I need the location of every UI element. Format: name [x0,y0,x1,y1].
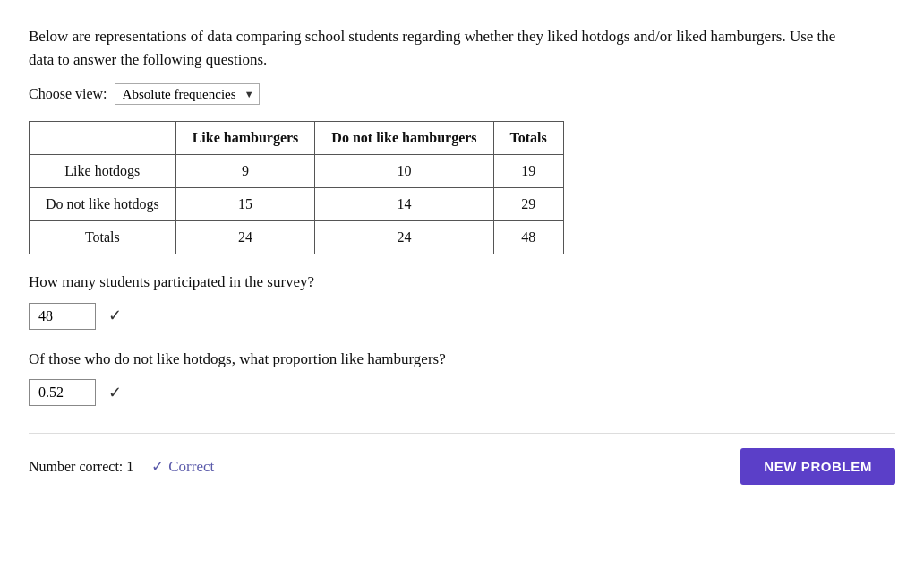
row-label-not-like-hotdogs: Do not like hotdogs [30,188,176,221]
col-header-not-like-ham: Do not like hamburgers [315,122,493,155]
question1-answer-row: ✓ [29,303,895,330]
question2-text: Of those who do not like hotdogs, what p… [29,348,895,371]
cell-totals-total: 48 [493,221,563,254]
question2-input[interactable] [29,379,96,406]
table-row: Like hotdogs 9 10 19 [30,155,564,188]
row-label-totals: Totals [30,221,176,254]
col-header-totals: Totals [493,122,563,155]
question1-text: How many students participated in the su… [29,271,895,294]
new-problem-button[interactable]: NEW PROBLEM [740,448,895,485]
correct-checkmark-icon: ✓ [151,455,164,479]
num-correct-text: Number correct: 1 [29,456,133,478]
row-label-like-hotdogs: Like hotdogs [30,155,176,188]
cell-like-hotdogs-like-ham: 9 [175,155,315,188]
cell-like-hotdogs-not-like-ham: 10 [315,155,493,188]
cell-not-like-hotdogs-total: 29 [493,188,563,221]
question1-check-icon: ✓ [108,304,122,328]
view-select[interactable]: Absolute frequenciesRelative frequencies [115,83,260,105]
table-row: Do not like hotdogs 15 14 29 [30,188,564,221]
col-header-like-ham: Like hamburgers [175,122,315,155]
choose-view-label: Choose view: [29,83,107,105]
table-row: Totals 24 24 48 [30,221,564,254]
question2-answer-row: ✓ [29,379,895,406]
frequency-table: Like hamburgers Do not like hamburgers T… [29,121,564,254]
cell-not-like-hotdogs-like-ham: 15 [175,188,315,221]
intro-text: Below are representations of data compar… [29,25,852,71]
table-corner [30,122,176,155]
cell-totals-not-like-ham: 24 [315,221,493,254]
cell-like-hotdogs-total: 19 [493,155,563,188]
cell-totals-like-ham: 24 [175,221,315,254]
bottom-bar: Number correct: 1 ✓ Correct NEW PROBLEM [29,433,895,485]
correct-label-area: ✓ Correct [151,455,740,479]
cell-not-like-hotdogs-not-like-ham: 14 [315,188,493,221]
view-select-wrapper[interactable]: Absolute frequenciesRelative frequencies [115,83,260,105]
correct-label-text: Correct [168,455,214,479]
choose-view-row: Choose view: Absolute frequenciesRelativ… [29,83,895,105]
question1-input[interactable] [29,303,96,330]
question2-check-icon: ✓ [108,381,122,405]
